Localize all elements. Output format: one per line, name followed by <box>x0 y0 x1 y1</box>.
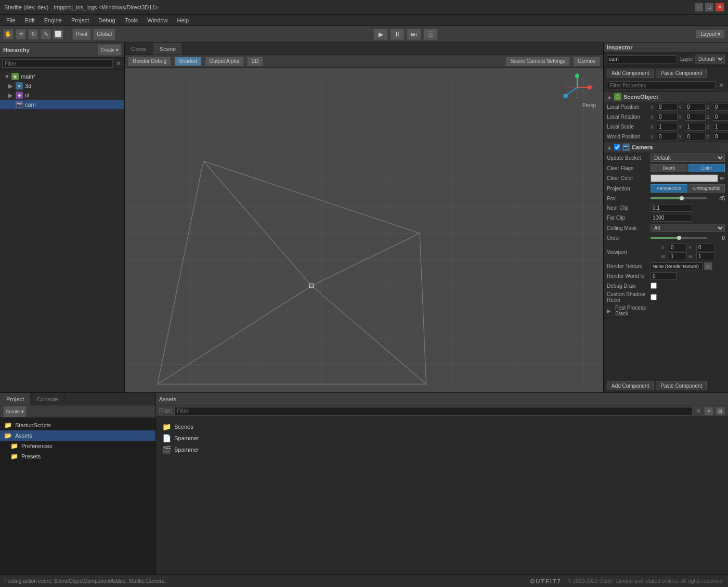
near-clip-input[interactable] <box>651 204 692 212</box>
render-texture-pick[interactable]: ○ <box>704 262 712 270</box>
assets-list-view-button[interactable]: ≡ <box>704 407 713 415</box>
order-slider-thumb[interactable] <box>677 236 681 240</box>
menu-project[interactable]: Project <box>67 16 93 24</box>
bottom-paste-component-button[interactable]: Paste Component <box>656 381 707 390</box>
minimize-button[interactable]: ─ <box>695 3 703 11</box>
menu-button[interactable]: ☰ <box>423 29 438 40</box>
gizmos-button[interactable]: Gizmos <box>573 57 600 66</box>
persp-label[interactable]: Persp <box>582 103 596 108</box>
scene-object-menu-icon[interactable]: ⋮ <box>719 94 725 100</box>
assets-filter-input[interactable] <box>174 407 693 415</box>
project-create-button[interactable]: Create ▾ <box>3 406 27 417</box>
camera-header[interactable]: ▲ 📷 Camera ⋮ <box>604 142 728 152</box>
bottom-add-component-button[interactable]: Add Component <box>607 381 654 390</box>
rect-tool-icon[interactable]: ⬜ <box>53 29 63 40</box>
render-world-id-input[interactable] <box>651 272 677 280</box>
post-process-arrow[interactable]: ▶ <box>607 308 611 314</box>
render-texture-input[interactable] <box>651 262 703 270</box>
debug-draw-checkbox[interactable] <box>651 283 657 289</box>
pivot-button[interactable]: Pivot <box>72 29 91 40</box>
hierarchy-filter-input[interactable] <box>2 59 113 68</box>
color-button[interactable]: Color <box>688 164 725 172</box>
tab-game[interactable]: Game <box>125 43 153 55</box>
scene-camera-settings-button[interactable]: Scene Camera Settings <box>505 57 570 66</box>
tab-scene[interactable]: Scene <box>153 43 183 55</box>
hierarchy-item-ui[interactable]: ▶ ◆ ui <box>0 91 124 100</box>
color-picker-icon[interactable]: ✏ <box>720 175 725 182</box>
perspective-gizmo[interactable]: X Y Z Persp <box>556 73 598 109</box>
menu-engine[interactable]: Engine <box>40 16 66 24</box>
world-pos-x[interactable] <box>657 133 678 141</box>
viewport-h[interactable] <box>696 252 714 260</box>
far-clip-input[interactable] <box>651 214 692 222</box>
menu-tools[interactable]: Tools <box>121 16 142 24</box>
layer-select[interactable]: Default <box>695 55 725 63</box>
scene-canvas[interactable]: X Y Z Persp <box>125 68 603 392</box>
hierarchy-item-3d[interactable]: ▶ ● 3d <box>0 81 124 91</box>
fov-slider-track[interactable] <box>651 197 707 199</box>
object-name-input[interactable] <box>607 55 677 63</box>
scale-tool-icon[interactable]: ⤡ <box>41 29 51 40</box>
fov-slider-thumb[interactable] <box>680 196 684 200</box>
world-pos-y[interactable] <box>685 133 706 141</box>
local-pos-x[interactable] <box>657 103 678 111</box>
scene-object-header[interactable]: ▲ ⬡ SceneObject ⋮ <box>604 92 728 102</box>
filter-properties-input[interactable] <box>607 81 716 90</box>
culling-mask-select[interactable]: All <box>651 224 725 232</box>
add-component-button[interactable]: Add Component <box>607 69 654 78</box>
hierarchy-create-button[interactable]: Create ▾ <box>98 44 121 56</box>
move-tool-icon[interactable]: ✛ <box>16 29 26 40</box>
custom-shadow-checkbox[interactable] <box>651 294 657 300</box>
tab-project[interactable]: Project <box>0 393 31 405</box>
menu-debug[interactable]: Debug <box>94 16 119 24</box>
menu-edit[interactable]: Edit <box>21 16 39 24</box>
tree-item-presets[interactable]: 📁 Presets <box>0 451 155 462</box>
local-rot-y[interactable] <box>685 113 706 121</box>
local-rot-z[interactable] <box>713 113 728 121</box>
step-button[interactable]: ⏭ <box>407 29 421 40</box>
hand-tool-icon[interactable]: ✋ <box>3 29 14 40</box>
close-button[interactable]: ✕ <box>716 3 724 11</box>
global-button[interactable]: Global <box>93 29 115 40</box>
update-bucket-select[interactable]: Default <box>651 154 725 162</box>
depth-button[interactable]: Depth <box>651 164 687 172</box>
hierarchy-filter-clear[interactable]: ✕ <box>115 60 122 67</box>
camera-enabled-checkbox[interactable] <box>614 144 620 150</box>
filter-props-clear[interactable]: ✕ <box>718 82 725 89</box>
shaded-button[interactable]: Shaded <box>174 57 201 66</box>
hierarchy-item-cam[interactable]: 📷 cam <box>0 100 124 109</box>
output-alpha-button[interactable]: Output Alpha <box>205 57 244 66</box>
menu-window[interactable]: Window <box>143 16 172 24</box>
local-rot-x[interactable] <box>657 113 678 121</box>
asset-item-spammer-scene[interactable]: 🎬 Spammer <box>160 444 724 455</box>
tree-item-assets[interactable]: 📂 Assets <box>0 430 155 441</box>
clear-color-swatch[interactable] <box>651 174 718 182</box>
menu-file[interactable]: File <box>2 16 20 24</box>
maximize-button[interactable]: □ <box>705 3 713 11</box>
rotate-tool-icon[interactable]: ↻ <box>28 29 38 40</box>
viewport-y[interactable] <box>696 244 714 251</box>
assets-grid-view-button[interactable]: ⊞ <box>716 407 725 415</box>
order-slider-track[interactable] <box>651 237 707 239</box>
play-button[interactable]: ▶ <box>373 29 388 40</box>
perspective-button[interactable]: Perspective <box>651 184 687 193</box>
assets-filter-clear[interactable]: ✕ <box>695 407 702 415</box>
tab-console[interactable]: Console <box>31 393 64 405</box>
orthographic-button[interactable]: Orthographic <box>688 184 725 193</box>
local-pos-z[interactable] <box>713 103 728 111</box>
camera-menu-icon[interactable]: ⋮ <box>719 144 725 151</box>
menu-help[interactable]: Help <box>173 16 193 24</box>
asset-item-spammer-script[interactable]: 📄 Spammer <box>160 432 724 444</box>
viewport-x[interactable] <box>669 244 687 251</box>
viewport-w[interactable] <box>669 252 687 260</box>
local-scale-y[interactable] <box>685 123 706 131</box>
world-pos-z[interactable] <box>713 133 728 141</box>
tree-item-preferences[interactable]: 📁 Preferences <box>0 441 155 451</box>
asset-item-scenes[interactable]: 📁 Scenes <box>160 421 724 432</box>
local-scale-z[interactable] <box>713 123 728 131</box>
paste-component-button[interactable]: Paste Component <box>656 69 707 78</box>
local-pos-y[interactable] <box>685 103 706 111</box>
render-debug-button[interactable]: Render Debug <box>128 57 171 66</box>
layout-button[interactable]: Layout ▾ <box>696 30 725 39</box>
local-scale-x[interactable] <box>657 123 678 131</box>
